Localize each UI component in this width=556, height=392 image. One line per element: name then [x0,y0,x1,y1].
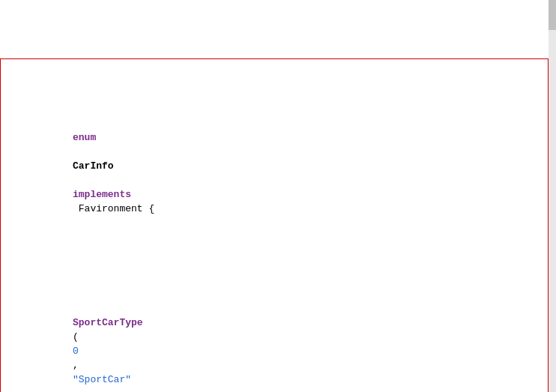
code-line: enum CarInfo implements Favironment { [1,116,548,230]
scrollbar[interactable] [549,0,556,392]
line-text: enum CarInfo implements Favironment { [14,116,545,230]
code-area: enum CarInfo implements Favironment { Sp… [0,0,556,392]
code-line: SportCarType ( 0 , "SportCar" , "speedy"… [1,287,548,392]
enum-block: enum CarInfo implements Favironment { Sp… [0,58,549,392]
code-editor: enum CarInfo implements Favironment { Sp… [0,0,556,392]
line-text: SportCarType ( 0 , "SportCar" , "speedy"… [14,287,545,392]
scrollbar-thumb[interactable] [549,0,556,30]
